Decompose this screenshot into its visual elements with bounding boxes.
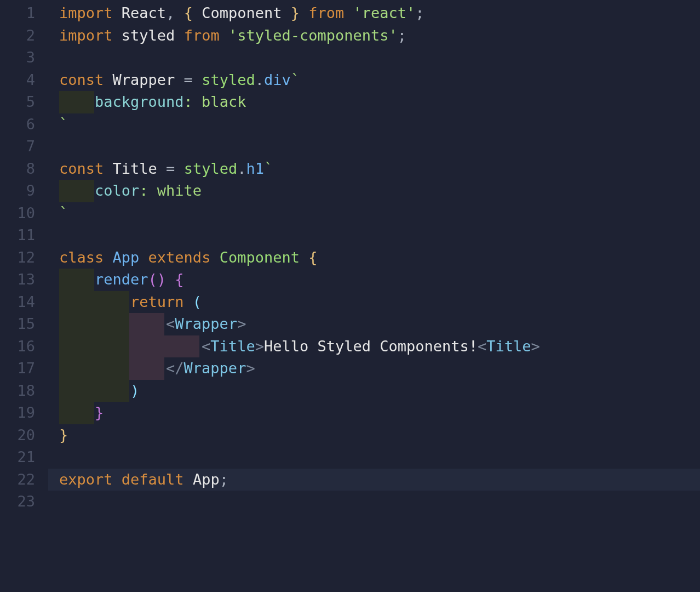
- line-number: 15: [0, 313, 48, 335]
- code-area[interactable]: import React, { Component } from 'react'…: [48, 0, 700, 592]
- code-line[interactable]: import React, { Component } from 'react'…: [48, 2, 700, 25]
- code-line[interactable]: `: [48, 113, 700, 136]
- line-number: 13: [0, 269, 48, 291]
- line-number: 19: [0, 402, 48, 424]
- code-line[interactable]: const Wrapper = styled.div`: [48, 69, 700, 92]
- line-number: 16: [0, 335, 48, 358]
- code-line[interactable]: [48, 47, 700, 69]
- code-line[interactable]: `: [48, 202, 700, 225]
- line-number: 3: [0, 47, 48, 69]
- code-line[interactable]: [48, 135, 700, 158]
- code-line[interactable]: class App extends Component {: [48, 247, 700, 269]
- line-number: 11: [0, 224, 48, 247]
- line-number: 14: [0, 291, 48, 314]
- line-number: 8: [0, 158, 48, 180]
- code-line[interactable]: [48, 224, 700, 247]
- line-number: 21: [0, 446, 48, 469]
- line-number: 20: [0, 424, 48, 447]
- line-number: 22: [0, 469, 48, 491]
- code-line[interactable]: [48, 446, 700, 469]
- line-number: 23: [0, 491, 48, 513]
- code-line[interactable]: return (: [48, 291, 700, 314]
- gutter: 1 2 3 4 5 6 7 8 9 10 11 12 13 14 15 16 1…: [0, 0, 48, 592]
- line-number: 1: [0, 2, 48, 25]
- code-line[interactable]: <Title>Hello Styled Components!<Title>: [48, 335, 700, 358]
- line-number: 17: [0, 357, 48, 380]
- code-line[interactable]: <Wrapper>: [48, 313, 700, 335]
- code-line[interactable]: import styled from 'styled-components';: [48, 25, 700, 47]
- line-number: 9: [0, 180, 48, 202]
- line-number: 4: [0, 69, 48, 92]
- code-line[interactable]: export default App;: [48, 469, 700, 491]
- line-number: 12: [0, 247, 48, 269]
- code-line[interactable]: }: [48, 402, 700, 424]
- line-number: 10: [0, 202, 48, 225]
- code-line[interactable]: ): [48, 380, 700, 402]
- code-line[interactable]: render() {: [48, 269, 700, 291]
- code-line[interactable]: }: [48, 424, 700, 447]
- code-line[interactable]: </Wrapper>: [48, 357, 700, 380]
- code-editor[interactable]: 1 2 3 4 5 6 7 8 9 10 11 12 13 14 15 16 1…: [0, 0, 700, 592]
- code-line[interactable]: color: white: [48, 180, 700, 202]
- line-number: 6: [0, 113, 48, 136]
- code-line[interactable]: const Title = styled.h1`: [48, 158, 700, 180]
- line-number: 2: [0, 25, 48, 47]
- code-line[interactable]: background: black: [48, 91, 700, 113]
- code-line[interactable]: [48, 491, 700, 513]
- line-number: 5: [0, 91, 48, 113]
- line-number: 7: [0, 135, 48, 158]
- line-number: 18: [0, 380, 48, 402]
